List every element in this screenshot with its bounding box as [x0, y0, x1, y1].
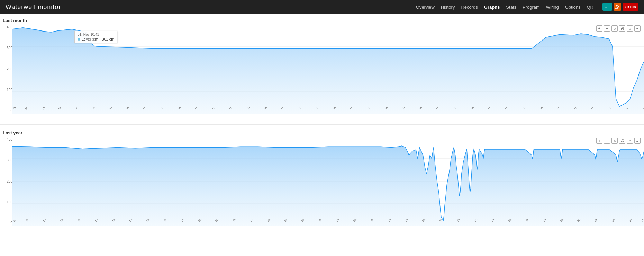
chart2-y-axis: 0 100 200 300 400 [0, 136, 12, 226]
nav-options[interactable]: Options [565, 5, 581, 10]
rtos-icon[interactable]: »RTOS [623, 3, 638, 11]
chart1-x-axis: Oct 12:59 28. Oct 17:41 28. Oct 23:09 29… [12, 107, 644, 124]
nav-graphs[interactable]: Graphs [484, 5, 500, 10]
y-label: 0 [1, 221, 12, 225]
y-label: 300 [1, 46, 12, 50]
y-label: 400 [1, 25, 12, 29]
chart2-x-axis: Nov 23:41 19. Nov 01:42 19. Nov 03:55 19… [12, 219, 644, 237]
chart1-zoom-in[interactable]: + [596, 25, 602, 32]
nav-program[interactable]: Program [523, 5, 540, 10]
arduino-icon[interactable]: ∞ [602, 3, 612, 11]
svg-text:∞: ∞ [605, 5, 607, 9]
app-title: Waterwell monitor [6, 3, 61, 11]
chart2-home[interactable]: ⌂ [627, 138, 633, 144]
chart1-home[interactable]: ⌂ [627, 25, 633, 32]
chart-last-year: Last year + − ⌕ 🖨 ⌂ ≡ 0 100 200 300 400 [0, 126, 644, 237]
nav-wiring[interactable]: Wiring [546, 5, 559, 10]
nav-stats[interactable]: Stats [506, 5, 516, 10]
chart2-toolbar: + − ⌕ 🖨 ⌂ ≡ [596, 138, 641, 144]
y-label: 0 [1, 109, 12, 113]
x-label: 07. Nov 18:41 [625, 107, 644, 118]
chart2-menu[interactable]: ≡ [634, 138, 641, 144]
y-label: 200 [1, 67, 12, 71]
nav-history[interactable]: History [441, 5, 455, 10]
chart1-y-axis: 0 100 200 300 400 [0, 24, 12, 114]
chart1-title: Last month [0, 17, 644, 24]
y-label: 100 [1, 200, 12, 204]
chart2-title: Last year [0, 129, 644, 136]
chart1-zoom-out[interactable]: − [604, 25, 610, 32]
chart2-print[interactable]: 🖨 [619, 138, 625, 144]
chart1-zoom-drag[interactable]: ⌕ [611, 25, 618, 32]
y-label: 200 [1, 179, 12, 183]
header: Waterwell monitor Overview History Recor… [0, 0, 644, 14]
chart1-print[interactable]: 🖨 [619, 25, 625, 32]
chart-last-month: Last month + − ⌕ 🖨 ⌂ ≡ 0 100 200 300 400 [0, 14, 644, 125]
nav-records[interactable]: Records [461, 5, 478, 10]
chart2-zoom-out[interactable]: − [604, 138, 610, 144]
chart1-svg-area [12, 24, 644, 114]
nav: Overview History Records Graphs Stats Pr… [416, 3, 638, 11]
external-icons: ∞ »RTOS [602, 3, 638, 11]
chart1-menu[interactable]: ≡ [634, 25, 641, 32]
svg-point-1 [615, 8, 617, 9]
chart1-container: + − ⌕ 🖨 ⌂ ≡ 0 100 200 300 400 [0, 24, 644, 124]
chart2-svg-area [12, 136, 644, 226]
nav-qr[interactable]: QR [587, 5, 594, 10]
chart2-zoom-drag[interactable]: ⌕ [611, 138, 618, 144]
y-label: 100 [1, 88, 12, 92]
chart2-container: + − ⌕ 🖨 ⌂ ≡ 0 100 200 300 400 [0, 136, 644, 237]
nav-overview[interactable]: Overview [416, 5, 435, 10]
y-label: 400 [1, 138, 12, 141]
chart1-toolbar: + − ⌕ 🖨 ⌂ ≡ [596, 25, 641, 32]
y-label: 300 [1, 158, 12, 162]
chart2-zoom-in[interactable]: + [596, 138, 602, 144]
rss-icon[interactable] [614, 3, 621, 11]
